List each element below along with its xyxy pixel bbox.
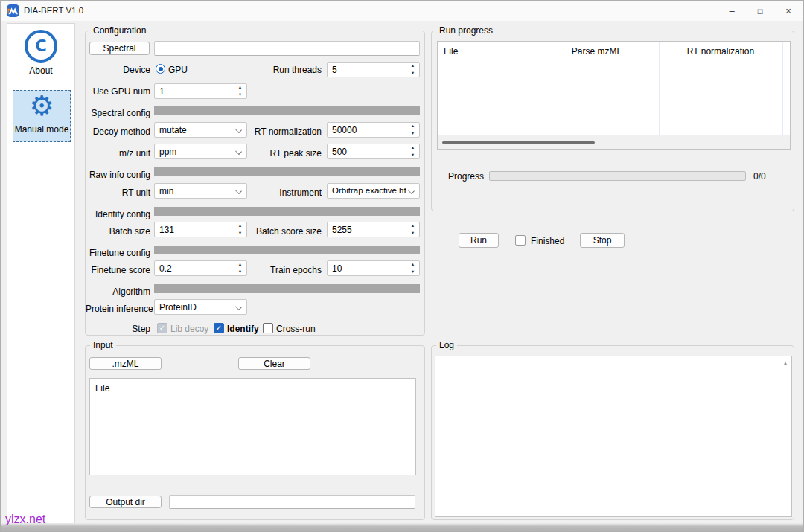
- log-group: Log ▲: [431, 345, 794, 520]
- column-divider: [782, 42, 783, 149]
- sidebar-item-about[interactable]: C About: [12, 30, 70, 83]
- close-button[interactable]: ×: [773, 1, 803, 21]
- copyright-icon: C: [25, 30, 57, 63]
- column-divider: [325, 379, 325, 475]
- spin-down-icon[interactable]: ▼: [234, 92, 246, 99]
- spin-down-icon[interactable]: ▼: [407, 152, 418, 159]
- rt-normalization-spinbox[interactable]: 50000 ▲▼: [327, 122, 420, 138]
- cross-run-checkbox[interactable]: [263, 323, 273, 333]
- configuration-group: Configuration Spectral Device GPU Run th…: [85, 31, 425, 336]
- step-label: Step: [86, 324, 150, 334]
- gpu-radio[interactable]: [156, 64, 165, 74]
- log-textarea[interactable]: ▲: [435, 356, 792, 517]
- identify-config-section-bar: [154, 207, 420, 216]
- use-gpu-num-label: Use GPU num: [86, 86, 150, 97]
- finetune-score-spinbox[interactable]: 0.2 ▲▼: [154, 260, 247, 276]
- spin-up-icon[interactable]: ▲: [407, 222, 418, 230]
- mz-unit-select[interactable]: ppm: [154, 144, 247, 159]
- run-threads-label: Run threads: [234, 65, 322, 75]
- decoy-method-label: Decoy method: [86, 126, 150, 137]
- spectral-config-section-label: Spectral config: [86, 108, 150, 118]
- spin-up-icon[interactable]: ▲: [407, 261, 418, 269]
- minimize-icon: –: [729, 5, 734, 16]
- identify-config-section-label: Identify config: [86, 209, 150, 219]
- clear-button[interactable]: Clear: [238, 357, 310, 370]
- configuration-group-title: Configuration: [90, 25, 149, 36]
- run-progress-table[interactable]: File Parse mzML RT normalization: [437, 41, 791, 150]
- chevron-down-icon: [235, 304, 242, 310]
- finetune-config-section-label: Finetune config: [86, 248, 150, 258]
- mzml-button[interactable]: .mzML: [89, 357, 162, 370]
- instrument-select[interactable]: Orbitrap exactive hf: [327, 183, 420, 199]
- train-epochs-label: Train epochs: [234, 265, 322, 275]
- run-progress-group: Run progress File Parse mzML RT normaliz…: [431, 31, 794, 211]
- rt-unit-label: RT unit: [86, 188, 150, 198]
- scrollbar-thumb[interactable]: [442, 141, 595, 144]
- sidebar-item-label: About: [12, 65, 70, 76]
- window-title: DIA-BERT V1.0: [24, 6, 83, 15]
- identify-checkbox[interactable]: [214, 323, 224, 333]
- progress-bar: [489, 171, 746, 181]
- spin-down-icon[interactable]: ▼: [407, 269, 418, 276]
- minimize-button[interactable]: –: [717, 1, 747, 21]
- spin-up-icon[interactable]: ▲: [407, 63, 418, 70]
- run-threads-spinbox[interactable]: 5 ▲▼: [327, 62, 420, 77]
- column-divider: [659, 42, 660, 149]
- gpu-radio-label: GPU: [168, 65, 188, 75]
- spin-down-icon[interactable]: ▼: [407, 230, 418, 237]
- parse-mzml-column-header: Parse mzML: [535, 46, 659, 57]
- input-file-table[interactable]: File: [89, 378, 416, 475]
- protein-inference-label: Protein inference: [86, 304, 150, 314]
- window-bottom-edge: [1, 523, 804, 532]
- train-epochs-spinbox[interactable]: 10 ▲▼: [327, 260, 420, 276]
- spin-up-icon[interactable]: ▲: [234, 84, 246, 92]
- rt-normalization-column-header: RT normalization: [659, 46, 782, 57]
- spin-down-icon[interactable]: ▼: [407, 70, 418, 77]
- file-column-header: File: [444, 46, 458, 57]
- spin-up-icon[interactable]: ▲: [407, 123, 418, 130]
- rt-peak-size-spinbox[interactable]: 500 ▲▼: [327, 144, 420, 159]
- input-group-title: Input: [90, 340, 116, 350]
- spin-down-icon[interactable]: ▼: [407, 130, 418, 138]
- finetune-config-section-bar: [154, 246, 420, 254]
- decoy-method-select[interactable]: mutate: [154, 122, 247, 138]
- identify-checkbox-label: Identify: [227, 324, 259, 334]
- algorithm-section-bar: [154, 284, 420, 293]
- progress-label: Progress: [448, 171, 484, 182]
- maximize-icon: □: [758, 7, 763, 16]
- horizontal-scrollbar[interactable]: [438, 135, 790, 149]
- title-bar: DIA-BERT V1.0 – □ ×: [1, 1, 803, 21]
- output-dir-button[interactable]: Output dir: [89, 496, 162, 508]
- use-gpu-num-spinbox[interactable]: 1 ▲▼: [154, 83, 247, 99]
- protein-inference-select[interactable]: ProteinID: [154, 299, 247, 315]
- batch-score-size-spinbox[interactable]: 5255 ▲▼: [327, 222, 420, 237]
- chevron-down-icon: [408, 188, 415, 194]
- spectral-button[interactable]: Spectral: [89, 42, 150, 55]
- run-button[interactable]: Run: [459, 233, 499, 248]
- spin-up-icon[interactable]: ▲: [407, 144, 418, 152]
- scroll-up-icon[interactable]: ▲: [782, 360, 788, 367]
- sidebar-item-manual-mode[interactable]: ⚙ Manual mode: [13, 90, 71, 142]
- spectral-path-input[interactable]: [154, 41, 420, 56]
- mz-unit-label: m/z unit: [86, 148, 150, 158]
- progress-counter: 0/0: [753, 171, 766, 182]
- stop-button[interactable]: Stop: [580, 233, 625, 248]
- batch-size-spinbox[interactable]: 131 ▲▼: [154, 222, 247, 237]
- raw-info-config-section-bar: [154, 167, 420, 176]
- run-progress-group-title: Run progress: [436, 25, 496, 36]
- maximize-button[interactable]: □: [745, 1, 775, 21]
- output-dir-input[interactable]: [169, 495, 415, 509]
- spectral-config-section-bar: [154, 106, 420, 115]
- finetune-score-label: Finetune score: [86, 265, 150, 275]
- sidebar-item-label: Manual mode: [13, 124, 70, 135]
- instrument-label: Instrument: [234, 188, 322, 198]
- batch-score-size-label: Batch score size: [234, 226, 322, 237]
- batch-size-label: Batch size: [86, 226, 150, 237]
- raw-info-config-section-label: Raw info config: [86, 170, 150, 180]
- close-icon: ×: [785, 5, 791, 16]
- app-window: DIA-BERT V1.0 – □ × C About ⚙ Manual mod…: [0, 0, 804, 532]
- rt-unit-select[interactable]: min: [154, 183, 247, 199]
- log-group-title: Log: [436, 340, 457, 350]
- cross-run-checkbox-label: Cross-run: [276, 324, 316, 334]
- finished-checkbox[interactable]: [515, 235, 526, 246]
